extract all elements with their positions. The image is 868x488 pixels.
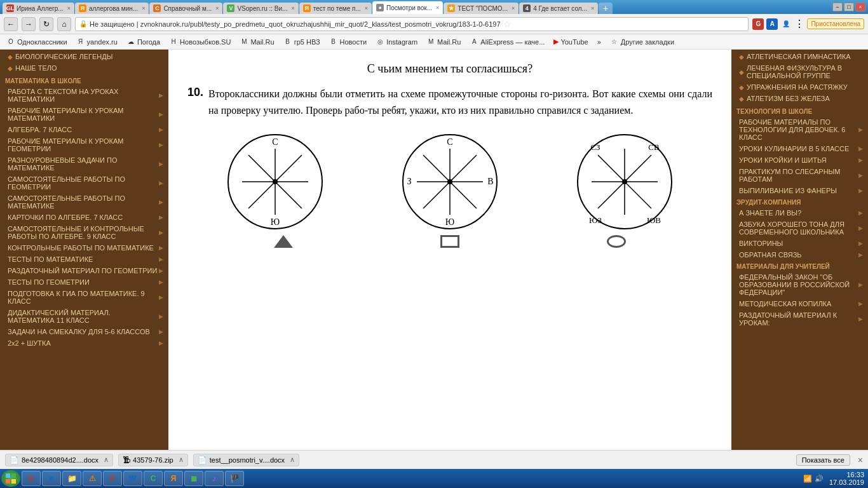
tab-close-2[interactable]: ×: [215, 5, 219, 11]
left-sidebar-math-item-15[interactable]: ЗАДАЧИ НА СМЕКАЛКУ ДЛЯ 5-6 КЛАССОВ▶: [0, 326, 168, 337]
window-controls[interactable]: − □ ×: [832, 3, 865, 11]
tab-close-3[interactable]: ×: [291, 5, 294, 11]
powerpoint-taskbar-icon[interactable]: P: [103, 471, 122, 486]
download-item-1[interactable]: 🗜43579-76.zip∧: [118, 454, 188, 466]
tab-2[interactable]: ССправочный м...×: [149, 3, 222, 14]
ie-taskbar-icon[interactable]: e: [42, 471, 61, 486]
tab-1[interactable]: Яаллергова мин...×: [75, 3, 149, 14]
bookmark-10[interactable]: ▶YouTube: [550, 36, 592, 48]
url-bar[interactable]: 🔓 Не защищено | zvnoknaurok.ru/publ/test…: [75, 17, 749, 31]
bookmark-11[interactable]: »: [593, 36, 605, 48]
maximize-button[interactable]: □: [844, 3, 854, 11]
close-button[interactable]: ×: [855, 3, 865, 11]
explorer-taskbar-icon[interactable]: 📁: [62, 471, 81, 486]
tab-4[interactable]: Ятест по теме п...×: [299, 3, 372, 14]
tab-3[interactable]: VVSopen.ru :: Ви...×: [223, 3, 298, 14]
close-downloads-button[interactable]: ×: [858, 455, 863, 465]
menu-button[interactable]: ⋮: [794, 18, 804, 30]
svg-text:В: В: [487, 177, 493, 186]
left-sidebar-math-item-16[interactable]: 2х2 + ШУТКА▶: [0, 337, 168, 349]
download-item-2[interactable]: 📄test__posmotri_v....docx∧: [193, 454, 299, 466]
left-sidebar-math-item-14[interactable]: ДИДАКТИЧЕСКИЙ МАТЕРИАЛ. МАТЕМАТИКА 11 КЛ…: [0, 307, 168, 326]
bookmark-8[interactable]: МMail.Ru: [423, 36, 465, 48]
left-sidebar-math-item-3[interactable]: РАБОЧИЕ МАТЕРИАЛЫ К УРОКАМ ГЕОМЕТРИИ▶: [0, 135, 168, 154]
home-button[interactable]: ⌂: [57, 17, 71, 31]
reload-button[interactable]: ↻: [39, 17, 53, 31]
right-sidebar-teachers-item-0[interactable]: ФЕДЕРАЛЬНЫЙ ЗАКОН "ОБ ОБРАЗОВАНИИ В РОСС…: [731, 271, 868, 298]
bookmark-6[interactable]: ВНовости: [325, 36, 371, 48]
left-sidebar-top-item-1[interactable]: ◆НАШЕ ТЕЛО: [0, 62, 168, 74]
extension-ie-icon[interactable]: A: [766, 18, 778, 30]
warning-taskbar-icon[interactable]: ⚠: [83, 471, 102, 486]
right-sidebar-tech-item-0[interactable]: РАБОЧИЕ МАТЕРИАЛЫ ПО ТЕХНОЛОГИИ ДЛЯ ДЕВО…: [731, 116, 868, 143]
download-item-0[interactable]: 📄8e4298480894d2....docx∧: [5, 454, 113, 466]
extension-gl-icon[interactable]: G: [752, 18, 764, 30]
bookmark-9[interactable]: AAliExpress — каче...: [466, 36, 548, 48]
tab-0[interactable]: GLИрина Аллегр...×: [3, 3, 74, 14]
left-sidebar-top-item-0[interactable]: ◆БИОЛОГИЧЕСКИЕ ЛЕГЕНДЫ: [0, 51, 168, 62]
start-button[interactable]: [1, 470, 20, 487]
right-sidebar-erudit-item-0[interactable]: А ЗНАЕТЕ ЛИ ВЫ?▶: [731, 207, 868, 219]
show-all-downloads-button[interactable]: Показать все: [796, 454, 850, 466]
bookmark-2[interactable]: ☁Погода: [123, 36, 164, 48]
tab-close-0[interactable]: ×: [67, 5, 71, 11]
bookmark-5[interactable]: Вгр5 НВЗ: [280, 36, 324, 48]
tab-7[interactable]: 44 Где встает сол...×: [519, 3, 598, 14]
green-taskbar-icon[interactable]: ◼: [184, 471, 203, 486]
left-sidebar-math-item-5[interactable]: САМОСТОЯТЕЛЬНЫЕ РАБОТЫ ПО ГЕОМЕТРИИ▶: [0, 173, 168, 193]
left-sidebar-math-item-4[interactable]: РАЗНОУРОВНЕВЫЕ ЗАДАЧИ ПО МАТЕМАТИКЕ▶: [0, 154, 168, 173]
tab-close-1[interactable]: ×: [142, 5, 145, 11]
right-sidebar-top-item-2[interactable]: ◆УПРАЖНЕНИЯ НА РАСТЯЖКУ: [731, 81, 868, 93]
tab-close-5[interactable]: ×: [436, 4, 439, 11]
new-tab-button[interactable]: +: [599, 3, 613, 14]
left-sidebar-math-item-10[interactable]: ТЕСТЫ ПО МАТЕМАТИКЕ▶: [0, 254, 168, 265]
left-sidebar-math-item-7[interactable]: КАРТОЧКИ ПО АЛГЕБРЕ. 7 КЛАСС▶: [0, 212, 168, 223]
right-sidebar-erudit-item-2[interactable]: ВИКТОРИНЫ▶: [731, 238, 868, 249]
download-close-2[interactable]: ∧: [290, 456, 295, 464]
right-sidebar-erudit-item-3[interactable]: ОБРАТНАЯ СВЯЗЬ▶: [731, 249, 868, 261]
right-sidebar-tech-item-1[interactable]: УРОКИ КУЛИНАРИИ В 5 КЛАССЕ▶: [731, 143, 868, 154]
left-sidebar-math-item-2[interactable]: АЛГЕБРА. 7 КЛАСС▶: [0, 124, 168, 135]
right-sidebar-tech-item-2[interactable]: УРОКИ КРОЙКИ И ШИТЬЯ▶: [731, 154, 868, 166]
word-taskbar-icon[interactable]: W: [123, 471, 142, 486]
left-sidebar-math-item-12[interactable]: ТЕСТЫ ПО ГЕОМЕТРИИ▶: [0, 276, 168, 288]
profile-icon[interactable]: 👤: [780, 18, 792, 30]
tab-close-4[interactable]: ×: [365, 5, 368, 11]
music-taskbar-icon[interactable]: ♪: [205, 471, 224, 486]
right-sidebar-teachers-item-1[interactable]: МЕТОДИЧЕСКАЯ КОПИЛКА▶: [731, 298, 868, 309]
right-sidebar-top-item-3[interactable]: ◆АТЛЕТИЗМ БЕЗ ЖЕЛЕЗА: [731, 93, 868, 104]
flag-taskbar-icon[interactable]: 🏴: [225, 471, 244, 486]
download-close-0[interactable]: ∧: [104, 456, 109, 464]
bookmark-4[interactable]: МMail.Ru: [236, 36, 278, 48]
right-sidebar-erudit-item-1[interactable]: АЗБУКА ХОРОШЕГО ТОНА ДЛЯ СОВРЕМЕННОГО ШК…: [731, 219, 868, 238]
bookmark-1[interactable]: Яyandex.ru: [72, 36, 121, 48]
download-close-1[interactable]: ∧: [179, 456, 184, 464]
forward-button[interactable]: →: [22, 17, 36, 31]
right-sidebar-tech-item-3[interactable]: ПРАКТИКУМ ПО СЛЕСАРНЫМ РАБОТАМ▶: [731, 166, 868, 185]
tab-6[interactable]: ★ТЕСТ "ПОСМО...×: [444, 3, 519, 14]
bookmark-12[interactable]: ☆Другие закладки: [606, 36, 678, 48]
left-sidebar-math-item-13[interactable]: ПОДГОТОВКА К ГИА ПО МАТЕМАТИКЕ. 9 КЛАСС▶: [0, 288, 168, 307]
right-sidebar-tech-item-4[interactable]: ВЫПИЛИВАНИЕ ИЗ ФАНЕРЫ▶: [731, 185, 868, 196]
tab-5[interactable]: ●Посмотри вок...×: [372, 1, 443, 14]
bookmark-0[interactable]: OОдноклассники: [3, 36, 71, 48]
left-sidebar-math-item-9[interactable]: КОНТРОЛЬНЫЕ РАБОТЫ ПО МАТЕМАТИКЕ▶: [0, 242, 168, 254]
right-sidebar-top-item-1[interactable]: ◆ЛЕЧЕБНАЯ ФИЗКУЛЬТУРА В СПЕЦИАЛЬНОЙ ГРУП…: [731, 62, 868, 81]
right-sidebar-teachers-item-2[interactable]: РАЗДАТОЧНЫЙ МАТЕРИАЛ К УРОКАМ:▶: [731, 309, 868, 329]
left-sidebar-math-item-6[interactable]: САМОСТОЯТЕЛЬНЫЕ РАБОТЫ ПО МАТЕМАТИКЕ▶: [0, 193, 168, 212]
right-sidebar-top-item-0[interactable]: ◆АТЛЕТИЧЕСКАЯ ГИМНАСТИКА: [731, 51, 868, 62]
left-sidebar-math-item-0[interactable]: РАБОТА С ТЕКСТОМ НА УРОКАХ МАТЕМАТИКИ▶: [0, 86, 168, 105]
left-sidebar-math-item-8[interactable]: САМОСТОЯТЕЛЬНЫЕ И КОНТРОЛЬНЫЕ РАБОТЫ ПО …: [0, 223, 168, 242]
chrome-taskbar-icon[interactable]: C: [144, 471, 163, 486]
yandex-taskbar-icon[interactable]: Я: [164, 471, 183, 486]
minimize-button[interactable]: −: [832, 3, 843, 11]
tab-close-6[interactable]: ×: [512, 5, 515, 11]
bookmark-7[interactable]: ◎Instagram: [372, 36, 421, 48]
google-taskbar-icon[interactable]: G: [22, 471, 41, 486]
bookmark-star-icon[interactable]: ☆: [503, 19, 512, 29]
tab-close-7[interactable]: ×: [591, 5, 594, 11]
back-button[interactable]: ←: [4, 17, 18, 31]
bookmark-3[interactable]: ННовозыбков.SU: [165, 36, 234, 48]
left-sidebar-math-item-11[interactable]: РАЗДАТОЧНЫЙ МАТЕРИАЛ ПО ГЕОМЕТРИИ▶: [0, 265, 168, 276]
left-sidebar-math-item-1[interactable]: РАБОЧИЕ МАТЕРИАЛЫ К УРОКАМ МАТЕМАТИКИ▶: [0, 105, 168, 124]
